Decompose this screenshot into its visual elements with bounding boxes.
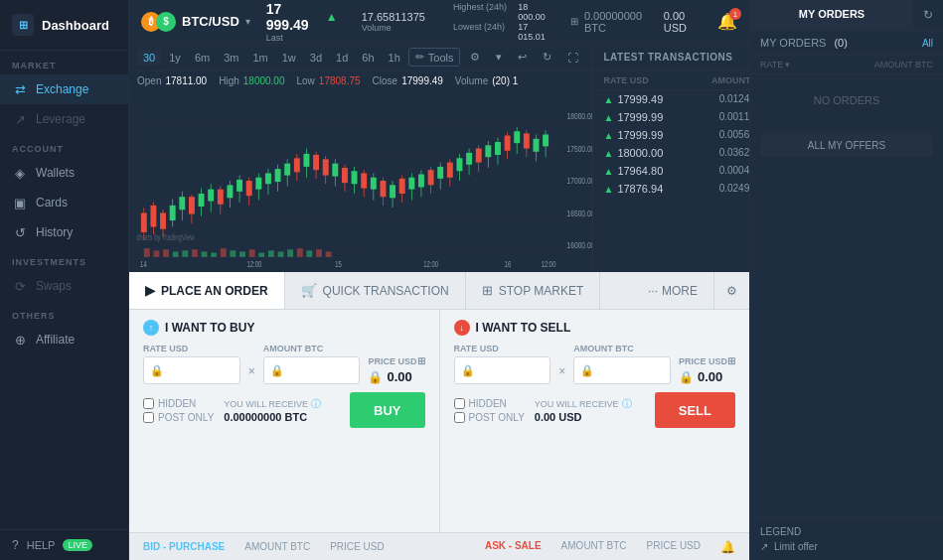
pair-chevron-icon: ▾: [245, 16, 250, 27]
sell-hidden-checkbox[interactable]: HIDDEN: [454, 398, 525, 409]
buy-form-fields: RATE USD 🔒 × AMOUNT BTC: [143, 344, 425, 384]
logo-icon: ⊞: [12, 14, 34, 36]
tab-place-order-label: PLACE AN ORDER: [161, 284, 268, 298]
interval-30[interactable]: 30: [137, 50, 161, 66]
interval-1w[interactable]: 1w: [276, 50, 302, 66]
orders-all-btn[interactable]: All: [922, 38, 933, 49]
usd-icon: $: [156, 12, 176, 32]
lowest-value: 17 015.01: [518, 22, 554, 42]
sell-post-only-input[interactable]: [454, 412, 465, 423]
sell-amount-input-wrapper: 🔒: [573, 356, 671, 384]
my-orders-refresh-btn[interactable]: ↻: [913, 0, 943, 30]
tab-quick-transaction[interactable]: 🛒 QUICK TRANSACTION: [285, 272, 466, 309]
price-value: 17 999.49: [266, 1, 322, 33]
main-content: ₿ $ BTC/USD ▾ 17 999.49 ▲ Last 17.658113…: [129, 0, 749, 560]
sidebar-item-affiliate[interactable]: ⊕ Affiliate: [0, 325, 128, 354]
chart-refresh-btn[interactable]: ↻: [537, 49, 557, 66]
svg-rect-32: [199, 194, 205, 207]
buy-price-value: 0.00: [387, 369, 411, 384]
buy-button[interactable]: BUY: [350, 392, 424, 428]
tab-stop-market[interactable]: ⊞ STOP MARKET: [466, 272, 601, 309]
tx-amount-1: 0.00113741: [719, 111, 749, 123]
buy-post-only-input[interactable]: [143, 412, 154, 423]
svg-rect-56: [313, 155, 319, 170]
interval-6h[interactable]: 6h: [356, 50, 380, 66]
ohlc-volume: Volume (20) 1: [455, 75, 518, 86]
sell-button[interactable]: SELL: [655, 392, 735, 428]
svg-rect-120: [287, 249, 293, 257]
rate-col-header[interactable]: RATE ▾: [760, 60, 790, 70]
tx-arrow-5: ▲: [603, 184, 613, 195]
interval-1h[interactable]: 1h: [383, 50, 406, 66]
sidebar-item-exchange[interactable]: ⇄ Exchange: [0, 74, 128, 104]
tab-place-order[interactable]: ▶ PLACE AN ORDER: [129, 272, 285, 309]
chart-settings-btn[interactable]: ⚙: [464, 49, 486, 66]
volume-block: 17.65811375 Volume: [362, 11, 425, 33]
svg-rect-76: [408, 178, 414, 190]
svg-rect-115: [239, 251, 245, 256]
tx-arrow-2: ▲: [603, 130, 613, 141]
my-orders-tab[interactable]: MY ORDERS: [750, 0, 913, 30]
buy-post-only-checkbox[interactable]: POST ONLY: [143, 412, 214, 423]
svg-text:14: 14: [140, 258, 147, 269]
order-settings-button[interactable]: ⚙: [713, 272, 749, 309]
chart-expand-btn[interactable]: ⛶: [561, 50, 584, 66]
svg-rect-111: [202, 251, 208, 256]
tools-button[interactable]: ✏ Tools: [408, 48, 461, 67]
sidebar-item-history[interactable]: ↺ History: [0, 217, 128, 247]
pair-selector[interactable]: ₿ $ BTC/USD ▾: [141, 12, 250, 32]
bell-icon[interactable]: 🔔: [720, 540, 735, 554]
sell-hidden-input[interactable]: [454, 398, 465, 409]
sidebar-item-swaps[interactable]: ⟳ Swaps: [0, 271, 128, 301]
sidebar-item-cards[interactable]: ▣ Cards: [0, 188, 128, 217]
topbar-right: ⊞ 0.00000000 BTC 0.00 USD 🔔 1: [570, 10, 737, 34]
sell-post-only-checkbox[interactable]: POST ONLY: [454, 412, 525, 423]
sell-form-title: ↓ I WANT TO SELL: [454, 320, 736, 336]
all-offers-button[interactable]: ALL MY OFFERS: [760, 134, 933, 157]
ask-amount-col: AMOUNT BTC: [561, 540, 627, 554]
sell-rate-input[interactable]: [479, 364, 545, 376]
buy-separator: ×: [248, 344, 255, 384]
cards-icon: ▣: [12, 195, 28, 210]
svg-rect-64: [352, 171, 358, 184]
interval-3m[interactable]: 3m: [218, 50, 244, 66]
ohlc-close: Close 17999.49: [373, 75, 443, 86]
sidebar-item-leverage[interactable]: ↗ Leverage: [0, 104, 128, 134]
tx-row-2: ▲ 17999.99 0.00567745: [593, 126, 749, 144]
tx-title: LATEST TRANSACTIONS: [603, 52, 732, 63]
sidebar-item-label-affiliate: Affiliate: [36, 333, 75, 347]
buy-hidden-checkbox[interactable]: HIDDEN: [143, 398, 214, 409]
buy-amount-input[interactable]: [288, 364, 354, 376]
buy-price-label: PRICE USD ⊞: [368, 355, 424, 366]
sidebar-item-wallets[interactable]: ◈ Wallets: [0, 158, 128, 188]
more-button[interactable]: ··· MORE: [632, 284, 713, 298]
legend-limit-label: Limit offer: [774, 541, 818, 552]
buy-rate-input[interactable]: [168, 364, 234, 376]
amount-col-header: AMOUNT BTC: [874, 60, 933, 70]
buy-info-icon[interactable]: ⓘ: [311, 397, 321, 411]
logo-text: Dashboard: [42, 18, 109, 33]
chart-dropdown-btn[interactable]: ▾: [490, 49, 508, 66]
buy-hidden-input[interactable]: [143, 398, 154, 409]
tab-stop-market-label: STOP MARKET: [499, 284, 584, 298]
tx-arrow-3: ▲: [603, 148, 613, 159]
buy-receive-info: YOU WILL RECEIVE ⓘ 0.00000000 BTC: [224, 397, 321, 423]
buy-form-title: ↑ I WANT TO BUY: [143, 320, 425, 336]
chart-toolbar: 30 1y 6m 3m 1m 1w 3d 1d 6h 1h ✏ Tools: [129, 44, 592, 71]
bid-amount-col: AMOUNT BTC: [244, 541, 310, 552]
chart-undo-btn[interactable]: ↩: [512, 49, 533, 66]
interval-3d[interactable]: 3d: [304, 50, 328, 66]
notification-button[interactable]: 🔔 1: [717, 12, 737, 31]
price-label: Last: [266, 33, 338, 43]
interval-1y[interactable]: 1y: [163, 50, 187, 66]
buy-form-title-text: I WANT TO BUY: [165, 321, 254, 335]
sell-info-icon[interactable]: ⓘ: [622, 397, 632, 411]
interval-6m[interactable]: 6m: [189, 50, 216, 66]
interval-1d[interactable]: 1d: [330, 50, 354, 66]
interval-1m[interactable]: 1m: [246, 50, 273, 66]
svg-rect-84: [447, 163, 453, 178]
sell-amount-input[interactable]: [598, 364, 664, 376]
question-icon: ?: [12, 538, 19, 552]
buy-amount-field: AMOUNT BTC 🔒: [263, 344, 361, 384]
svg-rect-50: [284, 164, 290, 176]
